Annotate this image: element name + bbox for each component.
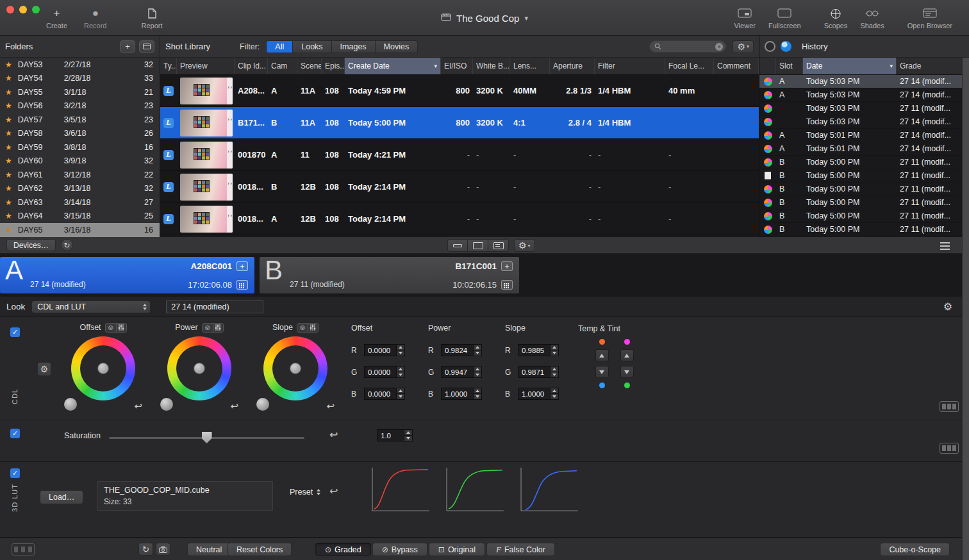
history-row[interactable]: AToday 5:01 PM27 14 (modif... [759, 129, 969, 142]
slot-b[interactable]: B 27 11 (modified) B171C001 + 10:02:06.1… [260, 257, 519, 293]
column-header[interactable]: White B... [473, 58, 510, 74]
filter-all-button[interactable]: All [266, 40, 293, 53]
offset-g-stepper[interactable] [396, 366, 404, 377]
power-r-value[interactable]: 0.9824 [442, 345, 473, 356]
folder-row[interactable]: ★DAY532/27/1832 [0, 58, 160, 72]
column-header[interactable]: Cam [268, 58, 297, 74]
refresh-grade-button[interactable]: ↻ [138, 543, 153, 556]
bypass-mode-button[interactable]: ⊘ Bypass [372, 543, 427, 556]
slot-a-timecode-button[interactable] [236, 280, 248, 290]
grade-name-field[interactable]: 27 14 (modified) [166, 301, 263, 313]
thumbnail-strip-icon[interactable] [940, 401, 959, 412]
grades-filter-icon[interactable] [765, 41, 775, 52]
offset-b-stepper[interactable] [396, 388, 404, 399]
graded-mode-button[interactable]: ⊙ Graded [315, 543, 371, 556]
lut-enabled-checkbox[interactable]: ✓ [10, 468, 20, 478]
history-row[interactable]: BToday 5:00 PM27 11 (modif... [759, 169, 969, 183]
viewer-button[interactable]: Viewer [734, 6, 755, 29]
folder-row[interactable]: ★DAY573/5/1823 [0, 113, 160, 127]
offset-g-value[interactable]: 0.0000 [365, 366, 396, 377]
close-window-button[interactable] [6, 6, 14, 13]
looks-filter-icon[interactable] [781, 41, 791, 52]
slope-g-stepper[interactable] [550, 366, 558, 377]
history-row[interactable]: BToday 5:00 PM27 11 (modif... [759, 183, 969, 196]
tint-down-button[interactable] [620, 366, 634, 378]
scrollbar[interactable] [962, 58, 969, 560]
power-g-value[interactable]: 0.9947 [442, 366, 473, 377]
slot-b-timecode-button[interactable] [501, 280, 513, 290]
layout-compact-button[interactable] [447, 239, 468, 252]
folder-row[interactable]: ★DAY603/9/1832 [0, 154, 160, 169]
offset-b-value[interactable]: 0.0000 [365, 388, 396, 399]
folder-row[interactable]: ★DAY593/8/1816 [0, 140, 160, 154]
history-row[interactable]: BToday 5:00 PM27 11 (modif... [759, 223, 969, 236]
folder-row[interactable]: ★DAY583/6/1826 [0, 127, 160, 141]
offset-r-value[interactable]: 0.0000 [365, 345, 396, 356]
look-settings-button[interactable]: ⚙ [943, 301, 952, 313]
folder-row[interactable]: ★DAY613/12/1822 [0, 168, 160, 182]
offset-wheel-knob[interactable] [97, 363, 109, 374]
slope-r-stepper[interactable] [550, 345, 558, 356]
power-b-value[interactable]: 1.0000 [442, 388, 473, 399]
layout-pane-button[interactable] [468, 239, 488, 252]
slot-a[interactable]: A 27 14 (modified) A208C001 + 17:02:06.0… [0, 257, 254, 293]
add-folder-button[interactable]: + [120, 40, 135, 53]
power-wheel-knob[interactable] [194, 363, 205, 374]
zoom-window-button[interactable] [32, 6, 40, 13]
slope-master-knob[interactable] [256, 398, 269, 411]
shot-row[interactable]: L› ›0018...B12B108Today 2:14 PM------ [160, 171, 759, 203]
slope-b-stepper[interactable] [550, 388, 558, 399]
column-header[interactable]: Create Date▾ [345, 58, 441, 74]
power-undo-icon[interactable]: ↩ [230, 400, 238, 412]
tint-up-button[interactable] [620, 349, 634, 361]
slope-color-wheel[interactable] [263, 336, 327, 400]
power-wheel-mode-toggle[interactable]: ◎ [202, 323, 224, 333]
slot-settings-button[interactable]: ⚙ ▾ [514, 239, 535, 252]
folder-row[interactable]: ★DAY553/1/1821 [0, 85, 160, 99]
library-settings-button[interactable]: ⚙ ▾ [733, 40, 754, 53]
saturation-stepper[interactable] [404, 430, 412, 441]
slope-wheel-knob[interactable] [290, 363, 301, 374]
offset-color-wheel[interactable] [71, 336, 135, 400]
offset-undo-icon[interactable]: ↩ [134, 400, 142, 412]
offset-r-stepper[interactable] [396, 345, 404, 356]
create-button[interactable]: + Create [46, 6, 67, 29]
slope-r-value[interactable]: 0.9885 [518, 345, 550, 356]
refresh-devices-button[interactable]: ↻ [61, 239, 73, 251]
lut-file-box[interactable]: THE_GOOD_COP_MID.cube Size: 33 [97, 481, 273, 511]
folder-row[interactable]: ★DAY633/14/1827 [0, 195, 160, 210]
column-header[interactable]: Epis... [322, 58, 345, 74]
column-header[interactable]: Aperture [550, 58, 595, 74]
fullscreen-button[interactable]: Fullscreen [768, 6, 801, 29]
column-header[interactable]: Focal Le... [665, 58, 714, 74]
folder-row[interactable]: ★DAY623/13/1832 [0, 182, 160, 196]
thumbnail-strip-icon[interactable] [12, 543, 35, 556]
temp-down-button[interactable] [595, 366, 609, 378]
report-button[interactable]: Report [142, 6, 163, 29]
history-row[interactable]: AToday 5:03 PM27 14 (modif... [759, 75, 969, 88]
column-header[interactable]: Clip Id... [235, 58, 268, 74]
offset-master-knob[interactable] [64, 398, 77, 411]
filter-images-button[interactable]: Images [332, 40, 376, 53]
shot-row[interactable]: L› ›A208...A11A108Today 4:59 PM8003200 K… [160, 75, 759, 107]
column-header[interactable]: Comment [714, 58, 759, 74]
neutral-button[interactable]: Neutral [187, 543, 231, 556]
menu-icon[interactable] [940, 242, 950, 250]
slider-thumb[interactable] [202, 432, 212, 443]
power-color-wheel[interactable] [167, 336, 231, 400]
project-selector[interactable]: The Good Cop ▾ [441, 12, 528, 23]
slot-a-add-button[interactable]: + [236, 261, 248, 271]
power-b-stepper[interactable] [473, 388, 481, 399]
layout-detail-button[interactable] [488, 239, 509, 252]
shot-row[interactable]: L› ›0018...A12B108Today 2:14 PM------ [160, 203, 759, 235]
open-browser-button[interactable]: Open Browser [907, 6, 952, 29]
offset-wheel-mode-toggle[interactable]: ◎ [105, 323, 127, 333]
column-header[interactable]: Slot [776, 58, 803, 74]
filter-looks-button[interactable]: Looks [293, 40, 331, 53]
preset-dropdown[interactable]: Preset [290, 488, 320, 497]
column-header[interactable]: Grade [897, 58, 969, 74]
undo-icon[interactable]: ↩ [329, 429, 338, 441]
slope-g-value[interactable]: 0.9871 [518, 366, 550, 377]
cdl-enabled-checkbox[interactable]: ✓ [10, 327, 20, 337]
folder-row[interactable]: ★DAY542/28/1833 [0, 72, 160, 86]
